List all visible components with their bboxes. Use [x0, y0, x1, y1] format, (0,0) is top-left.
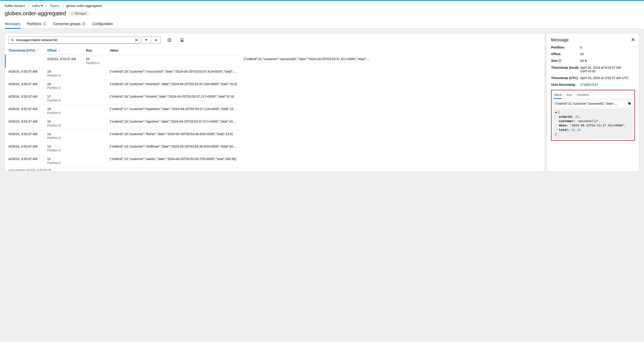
json-key-date: date: [559, 124, 568, 127]
cell-offset: 14Partition 0 [44, 130, 82, 142]
close-icon [631, 38, 635, 41]
table-row[interactable]: 4/25/24, 3:53:37 AM15Partition 0{"orderI… [5, 117, 545, 130]
cell-key [82, 67, 106, 80]
layout-toggle-button[interactable] [166, 36, 173, 44]
messages-table: Timestamp (UTC)↓ Offset↓ Key Value 4/25/… [5, 45, 545, 167]
table-row[interactable]: 4/25/24, 3:53:37 AM13Partition 0{"orderI… [5, 142, 545, 155]
search-options-dropdown[interactable] [142, 36, 151, 44]
search-input[interactable] [8, 36, 140, 43]
cell-offset: 13Partition 0 [44, 142, 82, 155]
value-unix: 1714017217 [580, 83, 635, 86]
raw-value-text: {"orderId":21,"customer":"aoconnell2","d… [555, 102, 626, 105]
close-panel-button[interactable] [631, 38, 635, 42]
sort-desc-icon: ↓ [37, 48, 39, 52]
message-detail-panel: Message Partition 0 Offset 20 Size? 98 B… [546, 33, 639, 172]
cell-partition: Partition 0 [47, 136, 79, 141]
managed-badge: Managed [69, 11, 88, 15]
breadcrumb-root[interactable]: Kafka clusters [5, 4, 25, 7]
columns-icon [168, 38, 171, 42]
cell-value: {"orderId":16,"customer":"rgardner","dat… [106, 117, 240, 130]
cell-offset: 18Partition 0 [44, 80, 82, 92]
info-icon[interactable]: ? [558, 59, 562, 62]
label-partition: Partition [551, 45, 580, 49]
table-row[interactable]: 4/25/24, 3:53:37 AM18Partition 0{"orderI… [5, 80, 545, 92]
cell-timestamp: 4/25/24, 3:53:37 AM [44, 55, 82, 67]
table-row[interactable]: 4/25/24, 3:53:37 AM20Partition 0{"orderI… [5, 55, 545, 67]
breadcrumb-topics[interactable]: Topics [50, 4, 59, 7]
pane-splitter[interactable]: ⋮⋮ [545, 33, 546, 172]
breadcrumb-cluster[interactable]: kafka [32, 4, 43, 7]
col-key: Key [82, 45, 106, 55]
json-key-customer: customer: [559, 119, 575, 123]
search-box [8, 36, 140, 44]
json-tree: { orderId: 21, customer: "aoconnell2", d… [553, 108, 633, 139]
label-offset: Offset [551, 52, 580, 56]
json-val-total: 91.25 [572, 128, 581, 132]
cell-partition: Partition 0 [47, 86, 79, 91]
tab-messages[interactable]: Messages [5, 20, 20, 29]
cell-key [82, 155, 106, 167]
raw-value-row: {"orderId":21,"customer":"aoconnell2","d… [553, 100, 633, 107]
table-row[interactable]: 4/25/24, 3:53:37 AM12Partition 0{"orderI… [5, 155, 545, 167]
json-key-orderid: orderId: [559, 115, 573, 118]
svg-rect-9 [629, 103, 630, 104]
cell-offset: 15Partition 0 [44, 117, 82, 130]
cell-timestamp: 4/25/24, 3:53:37 AM [5, 80, 44, 92]
tab-configuration[interactable]: Configuration [92, 20, 113, 29]
value-ts-local: April 25, 2024 at 9:23:37 AM GMT+5:30 [580, 66, 635, 73]
cell-key [82, 142, 106, 155]
toolbar [5, 33, 545, 45]
payload-box: Value Key Headers {"orderId":21,"custome… [551, 90, 635, 141]
breadcrumb-sep-1: › [28, 4, 29, 7]
payload-tab-headers[interactable]: Headers [577, 91, 589, 99]
cell-value: {"orderId":20,"customer":"rmccormick","d… [106, 67, 240, 80]
col-timestamp[interactable]: Timestamp (UTC)↓ [5, 45, 44, 55]
cell-timestamp: 4/25/24, 3:53:37 AM [5, 155, 44, 167]
cell-value: {"orderId":18,"customer":"erivera","date… [106, 92, 240, 105]
last-updated-label: Last updated: 4/25/24, 9:26:05 AM [5, 167, 545, 171]
cell-offset: 17Partition 0 [44, 92, 82, 105]
tab-partitions[interactable]: Partitions 1 [27, 20, 46, 29]
table-row[interactable]: 4/25/24, 3:53:37 AM14Partition 0{"orderI… [5, 130, 545, 142]
search-submit-button[interactable] [151, 36, 160, 44]
copy-button[interactable] [628, 102, 631, 106]
export-csv-button[interactable] [178, 36, 186, 44]
svg-line-1 [13, 40, 14, 41]
col-offset[interactable]: Offset↓ [44, 45, 82, 55]
label-size: Size? [551, 59, 580, 63]
label-ts-local: Timestamp (local) [551, 66, 580, 73]
json-key-total: total: [559, 128, 570, 132]
breadcrumb-sep-2: › [46, 4, 47, 7]
table-row[interactable]: 4/25/24, 3:53:37 AM17Partition 0{"orderI… [5, 92, 545, 105]
file-csv-icon [180, 38, 184, 42]
sort-desc-icon: ↓ [58, 48, 60, 52]
json-val-customer: "aoconnell2" [577, 119, 599, 123]
copy-icon [628, 102, 631, 105]
cell-partition: Partition 0 [47, 73, 79, 79]
cell-partition: Partition 0 [47, 123, 79, 129]
payload-tab-value[interactable]: Value [554, 91, 562, 99]
table-row[interactable]: 4/25/24, 3:53:37 AM16Partition 0{"orderI… [5, 105, 545, 117]
cell-value: {"orderId":13,"customer":"aavila","date"… [106, 155, 240, 167]
cell-partition: Partition 0 [47, 111, 79, 116]
cell-offset: 19Partition 0 [44, 67, 82, 80]
caret-down-icon [145, 39, 148, 41]
value-offset: 20 [580, 52, 635, 56]
breadcrumb-sep-3: › [62, 4, 63, 7]
breadcrumb: Kafka clusters › kafka › Topics › globex… [5, 1, 639, 7]
cell-timestamp: 4/25/24, 3:53:37 AM [5, 105, 44, 117]
value-partition: 0 [580, 45, 635, 49]
chevron-down-icon[interactable] [41, 5, 43, 7]
cell-value: {"orderId":17,"customer":"mperkins","dat… [106, 105, 240, 117]
cell-offset: 20Partition 0 [82, 55, 106, 67]
svg-rect-6 [181, 40, 183, 41]
cell-partition: Partition 0 [47, 161, 79, 166]
tab-consumer-groups[interactable]: Consumer groups 0 [53, 20, 86, 29]
caret-down-icon[interactable] [555, 112, 557, 113]
payload-tab-key[interactable]: Key [566, 91, 572, 99]
table-row[interactable]: 4/25/24, 3:53:37 AM19Partition 0{"orderI… [5, 67, 545, 80]
cell-key [82, 117, 106, 130]
arrow-right-icon [154, 38, 158, 42]
label-unix: Unix timestamp [551, 83, 580, 86]
clear-icon[interactable] [135, 38, 138, 41]
